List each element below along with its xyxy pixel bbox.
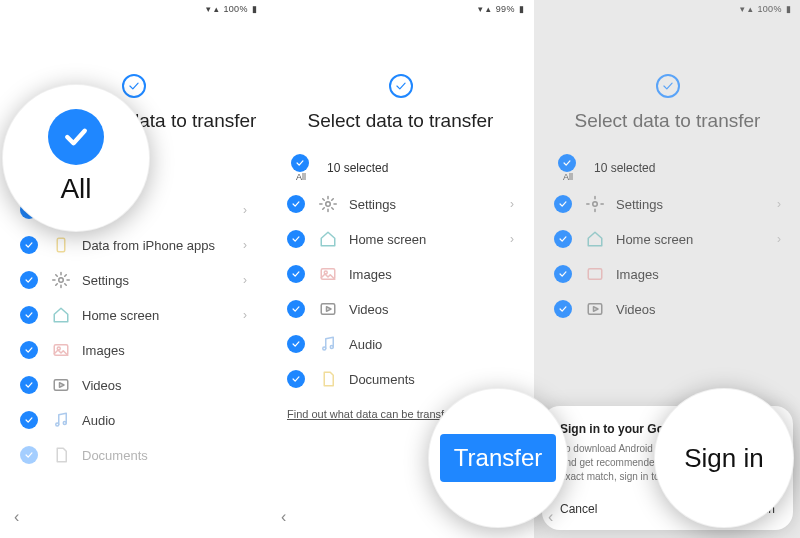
- checkbox-checked-icon[interactable]: [287, 265, 305, 283]
- callout-label: All: [60, 173, 91, 205]
- list-item[interactable]: Settings ›: [279, 186, 522, 221]
- list-item[interactable]: Home screen ›: [12, 297, 255, 332]
- list-item: Settings ›: [546, 186, 789, 221]
- settings-icon: [319, 195, 337, 213]
- item-label: Videos: [82, 378, 247, 393]
- chevron-right-icon: ›: [243, 238, 247, 252]
- list-item[interactable]: Videos: [279, 291, 522, 326]
- select-all-label: All: [563, 172, 573, 182]
- audio-icon: [319, 335, 337, 353]
- images-icon: [319, 265, 337, 283]
- checkbox-checked-icon: [554, 195, 572, 213]
- checkbox-checked-icon[interactable]: [20, 446, 38, 464]
- list-item[interactable]: Settings ›: [12, 262, 255, 297]
- images-icon: [52, 341, 70, 359]
- svg-rect-21: [588, 304, 602, 315]
- svg-point-18: [330, 346, 333, 349]
- item-label: Images: [616, 267, 781, 282]
- select-all-row[interactable]: All 10 selected: [279, 150, 522, 186]
- list-item[interactable]: Data from iPhone apps ›: [12, 227, 255, 262]
- checkbox-checked-icon[interactable]: [287, 195, 305, 213]
- checkbox-checked-icon[interactable]: [287, 370, 305, 388]
- battery-text: 99%: [496, 4, 515, 14]
- list-item[interactable]: Audio: [279, 326, 522, 361]
- list-item[interactable]: Images: [279, 256, 522, 291]
- list-item: Images: [546, 256, 789, 291]
- cancel-button[interactable]: Cancel: [560, 502, 597, 516]
- checkbox-checked-icon: [554, 265, 572, 283]
- videos-icon: [52, 376, 70, 394]
- data-list: All 10 selected Settings › Home screen ›…: [267, 132, 534, 426]
- header-check-icon: [267, 74, 534, 98]
- data-list: All 10 selected Settings › Home screen ›…: [534, 132, 800, 326]
- chevron-right-icon: ›: [243, 308, 247, 322]
- checkbox-checked-icon[interactable]: [20, 236, 38, 254]
- checkbox-checked-icon[interactable]: [287, 335, 305, 353]
- chevron-right-icon: ›: [777, 232, 781, 246]
- svg-marker-9: [60, 383, 65, 388]
- list-item[interactable]: Images: [12, 332, 255, 367]
- status-bar: ▾ ▴ 100% ▮: [534, 0, 800, 18]
- list-item[interactable]: Videos: [12, 367, 255, 402]
- checkbox-checked-icon[interactable]: [20, 376, 38, 394]
- item-label: Home screen: [349, 232, 510, 247]
- selected-count: 10 selected: [327, 161, 388, 175]
- settings-icon: [586, 195, 604, 213]
- list-item: Home screen ›: [546, 221, 789, 256]
- chevron-right-icon: ›: [243, 203, 247, 217]
- battery-icon: ▮: [252, 4, 257, 14]
- checkbox-checked-icon[interactable]: [20, 411, 38, 429]
- home-icon: [52, 306, 70, 324]
- svg-marker-22: [594, 307, 599, 312]
- signin-button[interactable]: Sign in: [684, 443, 764, 474]
- list-item[interactable]: Audio: [12, 402, 255, 437]
- svg-point-19: [593, 202, 598, 207]
- item-label: Home screen: [82, 308, 243, 323]
- svg-rect-20: [588, 269, 602, 280]
- battery-text: 100%: [223, 4, 247, 14]
- videos-icon: [586, 300, 604, 318]
- checkbox-checked-icon[interactable]: [20, 341, 38, 359]
- signal-icon: ▾ ▴: [206, 4, 219, 14]
- back-button[interactable]: ‹: [14, 508, 19, 526]
- checkbox-checked-icon: [554, 300, 572, 318]
- select-all-label: All: [296, 172, 306, 182]
- back-button[interactable]: ‹: [281, 508, 286, 526]
- item-label: Settings: [349, 197, 510, 212]
- item-label: Documents: [82, 448, 247, 463]
- phone-screen-1: ▾ ▴ 100% ▮ Select data to transfer Messa…: [0, 0, 267, 538]
- back-button[interactable]: ‹: [548, 508, 553, 526]
- page-title: Select data to transfer: [534, 110, 800, 132]
- checkbox-checked-icon[interactable]: [20, 306, 38, 324]
- audio-icon: [52, 411, 70, 429]
- item-label: Videos: [616, 302, 781, 317]
- checkbox-checked-icon[interactable]: [287, 230, 305, 248]
- chevron-right-icon: ›: [510, 197, 514, 211]
- checkbox-checked-icon[interactable]: [287, 300, 305, 318]
- item-label: Settings: [616, 197, 777, 212]
- battery-text: 100%: [757, 4, 781, 14]
- checkbox-checked-icon: [554, 230, 572, 248]
- header-check-icon: [534, 74, 800, 98]
- signal-icon: ▾ ▴: [478, 4, 491, 14]
- item-label: Documents: [349, 372, 514, 387]
- svg-rect-8: [54, 380, 68, 391]
- list-item[interactable]: Documents: [12, 437, 255, 472]
- svg-point-17: [323, 347, 326, 350]
- list-item: Videos: [546, 291, 789, 326]
- checkbox-checked-icon[interactable]: [20, 271, 38, 289]
- item-label: Audio: [349, 337, 514, 352]
- chevron-right-icon: ›: [777, 197, 781, 211]
- svg-point-12: [326, 202, 331, 207]
- transfer-button[interactable]: Transfer: [440, 434, 556, 482]
- list-item[interactable]: Home screen ›: [279, 221, 522, 256]
- item-label: Settings: [82, 273, 243, 288]
- selected-count: 10 selected: [594, 161, 655, 175]
- home-icon: [586, 230, 604, 248]
- item-label: Images: [349, 267, 514, 282]
- videos-icon: [319, 300, 337, 318]
- checkbox-checked-icon[interactable]: [291, 154, 309, 172]
- callout-select-all: All: [2, 84, 150, 232]
- documents-icon: [319, 370, 337, 388]
- checkbox-checked-icon: [558, 154, 576, 172]
